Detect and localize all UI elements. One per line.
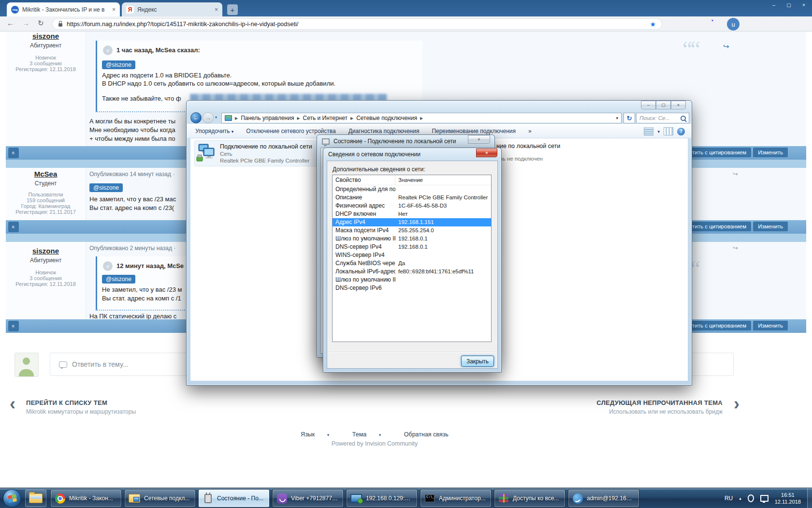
breadcrumb-network-connections[interactable]: Сетевые подключения [356, 115, 417, 121]
collapse-post-button[interactable]: « [8, 222, 19, 232]
taskbar-button-viber[interactable]: Viber +79128774... [272, 489, 344, 508]
breadcrumb-network-internet[interactable]: Сеть и Интернет [303, 115, 348, 121]
edit-button[interactable]: Изменить [753, 222, 788, 231]
collapse-post-button[interactable]: « [8, 148, 19, 158]
tab-close-icon[interactable]: × [215, 6, 218, 13]
details-row[interactable]: ОписаниеRealtek PCIe GBE Family Controll… [333, 194, 491, 202]
taskbar-button-cmd[interactable]: Администратор... [420, 489, 492, 508]
disable-device-button[interactable]: Отключение сетевого устройства [246, 128, 335, 134]
column-value[interactable]: Значение [395, 175, 491, 185]
more-commands-icon[interactable]: » [528, 128, 532, 134]
back-icon[interactable]: ← [7, 19, 14, 27]
history-caret-icon[interactable]: ▾ [215, 115, 217, 120]
refresh-button[interactable]: ↻ [624, 113, 635, 123]
author-link[interactable]: siszone [32, 32, 59, 40]
status-dialog-close-button[interactable]: × [468, 135, 490, 144]
author-link[interactable]: McSea [34, 170, 58, 178]
action-center-icon[interactable] [748, 494, 754, 502]
tab-close-icon[interactable]: × [112, 6, 116, 13]
window-minimize-button[interactable]: – [641, 101, 656, 109]
address-caret-icon[interactable]: ▾ [616, 116, 618, 120]
edit-button[interactable]: Изменить [753, 321, 788, 330]
go-to-topic-list-link[interactable]: ПЕРЕЙТИ К СПИСКУ ТЕМ Mikrotik коммутатор… [26, 399, 136, 415]
details-row[interactable]: Маска подсети IPv4255.255.254.0 [333, 226, 491, 235]
theme-menu[interactable]: Тема ▾ [347, 431, 386, 438]
taskbar-button-network-connections[interactable]: Сетевые подкл... [124, 489, 196, 508]
rename-connection-button[interactable]: Переименование подключения [432, 128, 516, 134]
browser-close-button[interactable]: × [797, 0, 811, 10]
next-unread-topic-link[interactable]: СЛЕДУЮЩАЯ НЕПРОЧИТАННАЯ ТЕМА Использоват… [596, 399, 723, 415]
quote-collapse-icon[interactable]: ∨ [103, 45, 113, 55]
view-caret-icon[interactable]: ▾ [657, 129, 660, 134]
nag-favicon: nag [11, 6, 19, 14]
show-desktop-button[interactable] [807, 488, 812, 508]
keyboard-language[interactable]: RU [725, 495, 733, 502]
details-row[interactable]: Служба NetBIOS через...Да [333, 259, 491, 268]
forward-icon[interactable]: → [22, 19, 29, 27]
breadcrumb-control-panel[interactable]: Панель управления [241, 115, 294, 121]
details-row[interactable]: Определенный для по... [333, 185, 491, 194]
forward-button[interactable]: → [203, 112, 214, 123]
tab-yandex[interactable]: Я Яндекс × [122, 2, 222, 16]
collapse-post-button[interactable]: « [8, 321, 19, 331]
taskbar-explorer-icon[interactable] [25, 490, 46, 507]
address-omnibox[interactable]: https://forum.nag.ru/index.php?/topic/14… [52, 18, 662, 30]
taskbar-button-remote-desktop[interactable]: 192.168.0.129:15... [346, 489, 418, 508]
window-close-button[interactable]: × [671, 101, 686, 109]
column-property[interactable]: Свойство [333, 175, 395, 185]
previous-chevron-icon[interactable]: ‹ [10, 395, 15, 413]
details-row[interactable]: DNS-сервер IPv6 [333, 284, 491, 292]
start-button[interactable] [3, 489, 21, 508]
organize-menu[interactable]: Упорядочить ▾ [195, 128, 233, 134]
tab-forum[interactable]: nag Mikritik - Закончились IP и не в × [7, 2, 120, 16]
change-view-icon[interactable] [644, 127, 653, 135]
clock[interactable]: 16:51 12.11.2018 [775, 492, 801, 505]
taskbar-button-connection-status[interactable]: Состояние - По... [198, 489, 270, 508]
new-tab-button[interactable]: + [227, 4, 238, 15]
dialog-title-bar[interactable]: Состояние - Подключение по локальной сет… [322, 138, 456, 145]
details-row[interactable]: Шлюз по умолчанию IP...192.168.0.1 [333, 235, 491, 243]
address-bar[interactable]: ▶ Панель управления ▶ Сеть и Интернет ▶ … [221, 113, 622, 123]
mention-link[interactable]: @siszone [89, 183, 123, 192]
details-row[interactable]: Адрес IPv4192.168.1.151 [333, 218, 491, 226]
browser-maximize-button[interactable]: ▢ [782, 0, 796, 10]
details-row[interactable]: Шлюз по умолчанию IP... [333, 276, 491, 284]
mention-link[interactable]: @siszone [102, 60, 135, 69]
search-box[interactable]: Поиск: Се... [636, 113, 689, 123]
details-row[interactable]: Локальный IPv6-адрес...fe80::6928:bf41:1… [333, 268, 491, 276]
contact-link[interactable]: Обратная связь [399, 431, 454, 438]
url-text[interactable]: https://forum.nag.ru/index.php?/topic/14… [67, 21, 645, 28]
hidden-icons-arrow[interactable]: ▴ [739, 496, 741, 501]
network-tray-icon[interactable] [760, 495, 768, 502]
details-row[interactable]: DNS-сервер IPv4192.168.0.1 [333, 243, 491, 251]
diagnose-connection-button[interactable]: Диагностика подключения [348, 128, 420, 134]
details-table-header[interactable]: Свойство Значение [333, 175, 491, 185]
language-menu[interactable]: Язык ▾ [295, 431, 334, 438]
details-row[interactable]: WINS-сервер IPv4 [333, 251, 491, 259]
close-button[interactable]: Закрыть [461, 356, 494, 367]
share-post-icon[interactable]: ↪ [723, 42, 729, 51]
taskbar-button-chrome[interactable]: Mikritik - Закон... [50, 489, 122, 508]
mention-link[interactable]: @siszone [102, 275, 135, 284]
taskbar-button-winbox[interactable]: admin@192.168.... [568, 489, 639, 508]
details-dialog-close-button[interactable]: × [476, 149, 497, 157]
back-button[interactable]: ← [190, 112, 202, 123]
share-post-icon[interactable]: ↪ [733, 170, 738, 178]
window-maximize-button[interactable]: ▢ [656, 101, 671, 109]
browser-minimize-button[interactable]: – [767, 0, 781, 10]
help-icon[interactable]: ? [677, 128, 685, 135]
preview-pane-icon[interactable] [664, 127, 673, 135]
connection2-name-fragment[interactable]: ние по локальной сети [496, 143, 560, 149]
taskbar-button-winrar[interactable]: Доступы ко все... [494, 489, 566, 508]
next-chevron-icon[interactable]: › [734, 395, 740, 413]
refresh-icon[interactable]: ↻ [38, 19, 44, 28]
dialog-title-bar[interactable]: Сведения о сетевом подключении [328, 151, 420, 158]
profile-avatar[interactable]: u [727, 18, 740, 30]
quote-collapse-icon[interactable]: ∨ [103, 261, 113, 271]
bookmark-star-icon[interactable]: ★ [650, 20, 656, 28]
edit-button[interactable]: Изменить [753, 148, 788, 157]
details-row[interactable]: Физический адрес1C-6F-65-45-58-D3 [333, 202, 491, 210]
share-post-icon[interactable]: ↪ [733, 244, 738, 252]
details-row[interactable]: DHCP включенНет [333, 210, 491, 218]
author-link[interactable]: siszone [32, 247, 59, 255]
